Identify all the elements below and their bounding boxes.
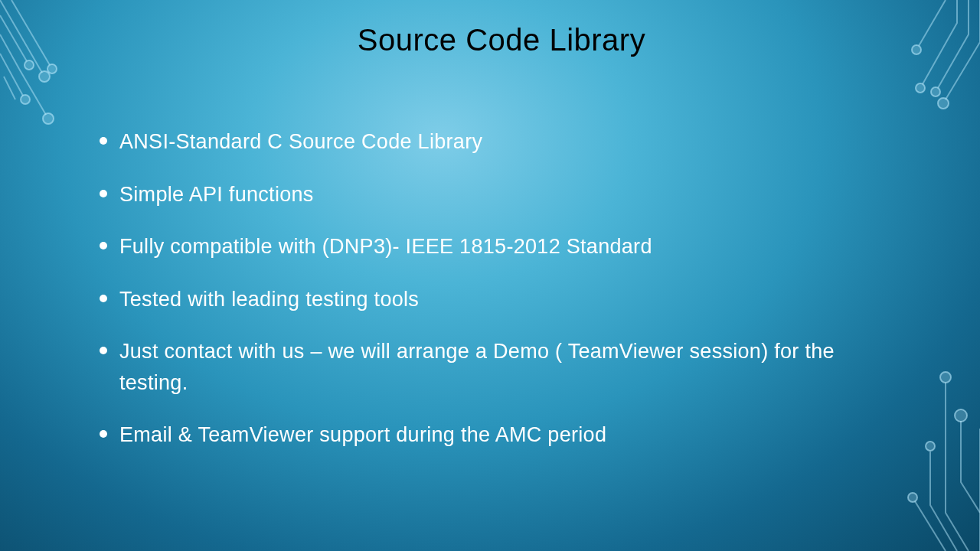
list-item: Just contact with us – we will arrange a… xyxy=(100,336,903,398)
slide-title: Source Code Library xyxy=(100,23,903,57)
bullet-icon xyxy=(100,137,107,145)
list-item: Simple API functions xyxy=(100,179,903,210)
bullet-text: Email & TeamViewer support during the AM… xyxy=(119,419,606,451)
bullet-text: Fully compatible with (DNP3)- IEEE 1815-… xyxy=(119,231,652,262)
bullet-text: ANSI-Standard C Source Code Library xyxy=(119,126,482,158)
bullet-icon xyxy=(100,347,107,354)
slide-container: Source Code Library ANSI-Standard C Sour… xyxy=(0,0,980,551)
bullet-text: Just contact with us – we will arrange a… xyxy=(119,336,903,398)
bullet-list: ANSI-Standard C Source Code Library Simp… xyxy=(100,126,903,451)
list-item: Fully compatible with (DNP3)- IEEE 1815-… xyxy=(100,231,903,262)
bullet-icon xyxy=(100,190,107,197)
list-item: Tested with leading testing tools xyxy=(100,284,903,315)
list-item: ANSI-Standard C Source Code Library xyxy=(100,126,903,158)
bullet-text: Tested with leading testing tools xyxy=(119,284,419,315)
list-item: Email & TeamViewer support during the AM… xyxy=(100,419,903,451)
bullet-icon xyxy=(100,242,107,249)
bullet-icon xyxy=(100,430,107,438)
bullet-icon xyxy=(100,295,107,302)
bullet-text: Simple API functions xyxy=(119,179,314,210)
